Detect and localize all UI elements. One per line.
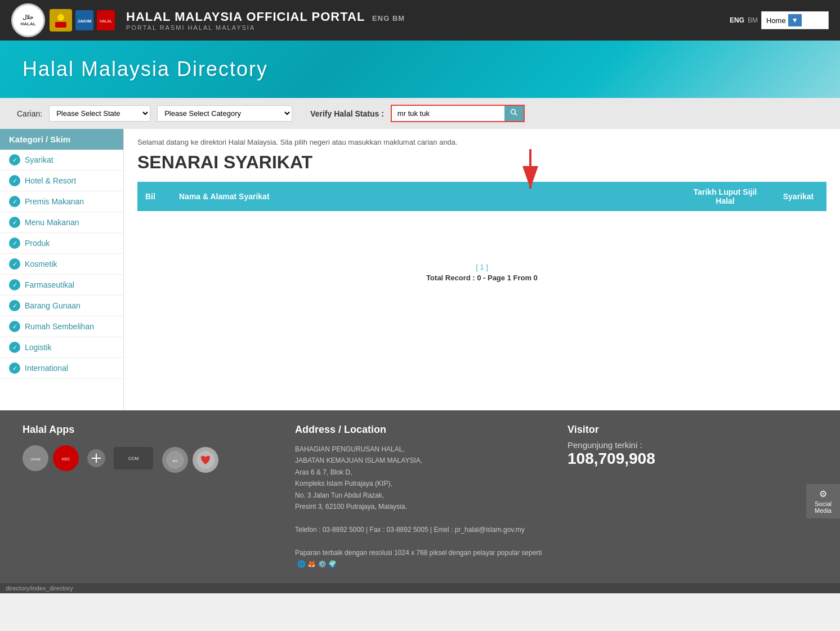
empty-row (137, 211, 826, 256)
svg-text:MS: MS (173, 459, 178, 463)
lang-eng-btn[interactable]: ENG (730, 16, 744, 24)
banner: Halal Malaysia Directory (0, 41, 840, 98)
visitor-count-label: Pengunjung terkini : (568, 440, 817, 450)
govt-logo-1 (50, 9, 72, 32)
footer-address: Address / Location BAHAGIAN PENGURUSAN H… (295, 424, 545, 570)
footer-logo-ms: MS (162, 447, 188, 473)
footer-visitor-title: Visitor (568, 424, 817, 436)
sidebar-label-produk: Produk (25, 239, 50, 248)
portal-title: HALAL MALAYSIA OFFICIAL PORTAL ENG BM (126, 10, 724, 24)
footer-street: No. 3 Jalan Tun Abdul Razak, (295, 491, 384, 499)
footer-complex: Kompleks Islam Putrajaya (KIP), (295, 480, 392, 487)
portal-title-text: HALAL MALAYSIA OFFICIAL PORTAL (126, 10, 365, 24)
lang-nav: ENG BM Home ▼ (730, 11, 829, 29)
nav-dropdown[interactable]: Home ▼ (761, 11, 829, 29)
senarai-title: SENARAI SYARIKAT (137, 152, 826, 173)
results-table: Bil Nama & Alamat Syarikat Tarikh Luput … (137, 182, 826, 256)
social-media-label: Social Media (815, 500, 832, 514)
state-select[interactable]: Please Select State (49, 105, 150, 122)
sidebar-label-premis: Premis Makanan (25, 197, 84, 206)
footer-halal-apps: Halal Apps JAKIM HDC CCM MS (23, 424, 272, 570)
nav-dropdown-arrow-icon: ▼ (788, 14, 802, 26)
footer-apps-title: Halal Apps (23, 424, 272, 436)
check-icon-international: ✓ (9, 363, 20, 374)
check-icon-farmaseutikal: ✓ (9, 279, 20, 290)
status-url: directory/index_directory (6, 585, 73, 592)
sidebar-label-hotel: Hotel & Resort (25, 176, 76, 185)
footer-floor: Aras 6 & 7, Blok D, (295, 468, 352, 476)
sidebar-label-syarikat: Syarikat (25, 155, 53, 164)
svg-text:HALAL: HALAL (100, 19, 112, 23)
sidebar-item-hotel[interactable]: ✓ Hotel & Resort (0, 171, 123, 191)
sidebar-item-kosmetik[interactable]: ✓ Kosmetik (0, 254, 123, 275)
nav-dropdown-label: Home (766, 16, 786, 25)
verify-input[interactable] (392, 106, 504, 121)
banner-title: Halal Malaysia Directory (23, 57, 268, 81)
verify-label: Verify Halal Status : (310, 109, 384, 118)
footer-logo-2: HDC (53, 445, 79, 471)
svg-line-7 (515, 114, 517, 116)
svg-point-6 (511, 110, 515, 114)
social-media-button[interactable]: ⚙ Social Media (806, 484, 840, 518)
search-label: Carian: (17, 109, 42, 118)
footer: Halal Apps JAKIM HDC CCM MS Address (0, 410, 840, 583)
footer-address-content: BAHAGIAN PENGURUSAN HALAL, JABATAN KEMAJ… (295, 444, 545, 570)
check-icon-rumah: ✓ (9, 321, 20, 332)
category-select[interactable]: Please Select Category (157, 105, 292, 122)
sidebar-label-farmaseutikal: Farmaseutikal (25, 280, 74, 289)
check-icon-barang: ✓ (9, 300, 20, 311)
sidebar: Kategori / Skim ✓ Syarikat ✓ Hotel & Res… (0, 129, 124, 410)
pagination[interactable]: [ 1 ] (137, 263, 826, 271)
verify-search-button[interactable] (504, 106, 524, 121)
logo-area: حلالHALAL JAKIM HALAL (11, 3, 115, 37)
main-content: Kategori / Skim ✓ Syarikat ✓ Hotel & Res… (0, 129, 840, 410)
content-area: Selamat datang ke direktori Halal Malays… (124, 129, 840, 410)
sidebar-item-produk[interactable]: ✓ Produk (0, 233, 123, 254)
sidebar-item-rumah[interactable]: ✓ Rumah Sembelihan (0, 316, 123, 337)
check-icon-kosmetik: ✓ (9, 258, 20, 270)
sidebar-item-logistik[interactable]: ✓ Logistik (0, 337, 123, 358)
govt-logo-2: JAKIM (75, 10, 93, 30)
footer-resolution: Paparan terbaik dengan resolusi 1024 x 7… (295, 549, 542, 557)
header-title-area: HALAL MALAYSIA OFFICIAL PORTAL ENG BM PO… (120, 10, 724, 31)
sidebar-item-premis[interactable]: ✓ Premis Makanan (0, 191, 123, 212)
footer-postcode: Presint 3, 62100 Putrajaya, Malaysia. (295, 503, 407, 511)
footer-org: JABATAN KEMAJUAN ISLAM MALAYSIA, (295, 457, 422, 464)
table-header-nama: Nama & Alamat Syarikat (171, 182, 680, 211)
total-record: Total Record : 0 - Page 1 From 0 (137, 274, 826, 282)
welcome-text: Selamat datang ke direktori Halal Malays… (137, 138, 826, 146)
footer-logos: JAKIM HDC CCM MS (23, 444, 272, 473)
table-header-bil: Bil (137, 182, 171, 211)
sidebar-label-international: International (25, 364, 68, 373)
svg-text:HDC: HDC (61, 457, 70, 461)
footer-address-title: Address / Location (295, 424, 545, 436)
senarai-section: SENARAI SYARIKAT (137, 152, 826, 182)
check-icon-menu: ✓ (9, 217, 20, 228)
footer-logo-jakim: JAKIM (23, 445, 48, 471)
lang-bm-btn[interactable]: BM (748, 16, 758, 24)
svg-rect-1 (55, 22, 66, 28)
check-icon-logistik: ✓ (9, 342, 20, 353)
sidebar-item-syarikat[interactable]: ✓ Syarikat (0, 150, 123, 171)
lang-indicator: ENG BM (372, 14, 405, 23)
footer-logo-3 (83, 445, 109, 471)
sidebar-item-barang[interactable]: ✓ Barang Gunaan (0, 296, 123, 316)
table-header-syarikat: Syarikat (770, 182, 826, 211)
sidebar-item-farmaseutikal[interactable]: ✓ Farmaseutikal (0, 275, 123, 296)
sidebar-label-menu: Menu Makanan (25, 218, 79, 227)
gear-icon: ⚙ (811, 489, 835, 499)
svg-text:JAKIM: JAKIM (30, 458, 41, 461)
top-header: حلالHALAL JAKIM HALAL HALAL MALAYSIA OFF… (0, 0, 840, 41)
check-icon-produk: ✓ (9, 238, 20, 249)
sidebar-label-logistik: Logistik (25, 343, 51, 352)
check-icon-syarikat: ✓ (9, 154, 20, 165)
footer-visitor: Visitor Pengunjung terkini : 108,709,908 (568, 424, 817, 570)
check-icon-premis: ✓ (9, 196, 20, 207)
footer-logo-heart (193, 447, 218, 473)
sidebar-item-international[interactable]: ✓ International (0, 358, 123, 379)
footer-tel: Telefon : 03-8892 5000 | Fax : 03-8892 5… (295, 526, 525, 534)
sidebar-label-rumah: Rumah Sembelihan (25, 322, 94, 331)
halal-logo: حلالHALAL (11, 3, 45, 37)
sidebar-item-menu[interactable]: ✓ Menu Makanan (0, 212, 123, 233)
sidebar-header: Kategori / Skim (0, 129, 123, 150)
